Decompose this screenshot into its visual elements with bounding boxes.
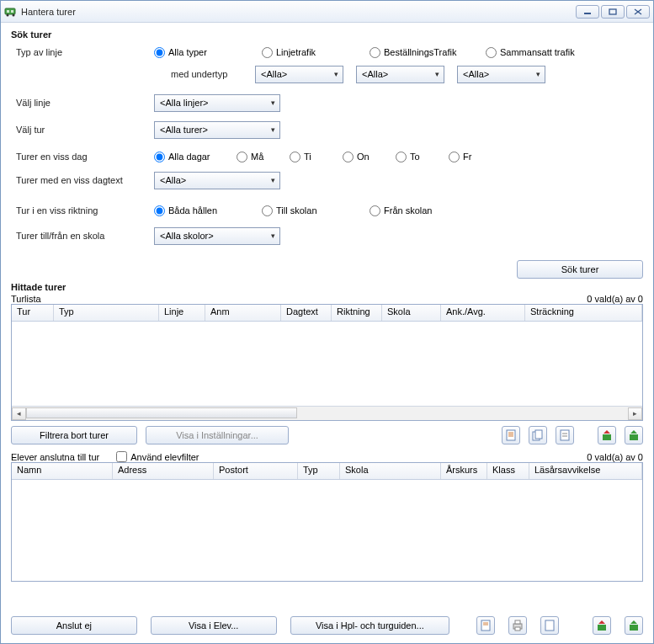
students-title: Elever anslutna till tur	[11, 452, 99, 462]
svg-rect-5	[584, 13, 591, 14]
svg-rect-9	[507, 430, 515, 440]
blank-page-icon[interactable]	[540, 616, 559, 635]
th-tur[interactable]: Tur	[12, 305, 54, 321]
svg-rect-19	[630, 434, 638, 440]
th-riktning[interactable]: Riktning	[332, 305, 382, 321]
found-count: 0 vald(a) av 0	[587, 294, 643, 304]
window-title: Hantera turer	[21, 7, 576, 17]
svg-rect-25	[515, 627, 520, 631]
page-icon[interactable]	[502, 426, 520, 444]
tour-label: Välj tur	[11, 125, 154, 135]
th-skola[interactable]: Skola	[382, 305, 441, 321]
type-label: Typ av linje	[11, 47, 154, 57]
th-postort[interactable]: Postort	[214, 463, 298, 479]
radio-type-best[interactable]: BeställningsTrafik	[370, 47, 479, 58]
minimize-button[interactable]	[576, 5, 599, 19]
school-select[interactable]: <Alla skolor>	[154, 227, 280, 245]
svg-rect-14	[535, 430, 542, 439]
export-red-icon-2[interactable]	[593, 616, 611, 635]
th-strackning[interactable]: Sträckning	[525, 305, 642, 321]
th-typ2[interactable]: Typ	[298, 463, 340, 479]
tour-select[interactable]: <Alla turer>	[154, 121, 280, 139]
subtype-label: med undertyp	[154, 69, 255, 79]
students-thead: Namn Adress Postort Typ Skola Årskurs Kl…	[12, 463, 642, 480]
close-button[interactable]	[626, 5, 650, 19]
radio-dir-to[interactable]: Till skolan	[262, 205, 363, 216]
use-filter-checkbox[interactable]: Använd elevfilter	[116, 451, 199, 462]
daytext-select[interactable]: <Alla>	[154, 172, 280, 189]
document-icon[interactable]	[556, 426, 574, 444]
svg-point-4	[13, 13, 15, 16]
svg-rect-26	[545, 620, 554, 631]
th-ankavg[interactable]: Ank./Avg.	[441, 305, 525, 321]
radio-dir-both[interactable]: Båda hållen	[154, 205, 255, 216]
window: Hantera turer Sök turer Typ av linje All…	[0, 0, 654, 644]
filter-button[interactable]: Filtrera bort turer	[11, 426, 137, 444]
show-in-guide-button[interactable]: Visa i Hpl- och turguiden...	[290, 616, 450, 635]
svg-rect-0	[5, 8, 15, 14]
maximize-button[interactable]	[601, 5, 625, 19]
svg-rect-2	[11, 10, 13, 13]
radio-day-on[interactable]: On	[343, 152, 389, 162]
copy-icon[interactable]	[529, 426, 547, 444]
found-title: Hittade turer	[11, 282, 643, 292]
radio-day-ti[interactable]: Ti	[290, 152, 336, 162]
line-select[interactable]: <Alla linjer>	[154, 94, 280, 112]
found-hscroll[interactable]: ◂ ▸	[12, 406, 642, 420]
print-icon[interactable]	[508, 616, 527, 635]
subtype-select-3[interactable]: <Alla>	[457, 66, 545, 83]
svg-rect-15	[561, 430, 569, 440]
th-namn[interactable]: Namn	[12, 463, 113, 479]
show-in-student-button[interactable]: Visa i Elev...	[151, 616, 277, 635]
th-typ[interactable]: Typ	[54, 305, 159, 321]
radio-day-all[interactable]: Alla dagar	[154, 152, 230, 162]
search-button[interactable]: Sök turer	[517, 260, 643, 279]
scroll-right-icon[interactable]: ▸	[628, 407, 642, 420]
th-arskurs[interactable]: Årskurs	[441, 463, 487, 479]
dont-attach-button[interactable]: Anslut ej	[11, 616, 137, 635]
found-thead: Tur Typ Linje Anm Dagtext Riktning Skola…	[12, 305, 642, 322]
content: Sök turer Typ av linje Alla typer Linjet…	[1, 23, 653, 643]
th-lasar[interactable]: Läsårsavvikelse	[529, 463, 642, 479]
th-anm[interactable]: Anm	[205, 305, 281, 321]
th-adress[interactable]: Adress	[113, 463, 214, 479]
svg-rect-6	[609, 9, 616, 14]
th-dagtext[interactable]: Dagtext	[281, 305, 332, 321]
th-skola2[interactable]: Skola	[340, 463, 441, 479]
line-label: Välj linje	[11, 98, 154, 108]
radio-day-to[interactable]: To	[396, 152, 442, 162]
day-label: Turer en viss dag	[11, 152, 154, 162]
school-label: Turer till/från en skola	[11, 231, 154, 241]
radio-day-fr[interactable]: Fr	[449, 152, 471, 162]
daytext-label: Turer med en viss dagtext	[11, 175, 154, 185]
svg-rect-20	[481, 620, 490, 631]
students-table: Namn Adress Postort Typ Skola Årskurs Kl…	[11, 462, 643, 582]
radio-type-linje[interactable]: Linjetrafik	[262, 47, 363, 58]
scroll-thumb[interactable]	[26, 407, 297, 418]
export-green-icon[interactable]	[625, 426, 643, 444]
scroll-left-icon[interactable]: ◂	[12, 407, 26, 420]
svg-point-3	[7, 13, 9, 16]
svg-rect-1	[7, 10, 9, 13]
students-tbody[interactable]	[12, 480, 642, 581]
page-icon-2[interactable]	[476, 616, 495, 635]
subtype-select-1[interactable]: <Alla>	[255, 66, 343, 83]
subtype-select-2[interactable]: <Alla>	[356, 66, 444, 83]
th-klass[interactable]: Klass	[487, 463, 529, 479]
radio-dir-from[interactable]: Från skolan	[370, 205, 432, 216]
dir-label: Tur i en viss riktning	[11, 205, 154, 216]
export-red-icon[interactable]	[598, 426, 616, 444]
found-tbody[interactable]	[12, 322, 642, 406]
turlista-label: Turlista	[11, 294, 41, 304]
show-settings-button[interactable]: Visa i Inställningar...	[146, 426, 289, 444]
svg-rect-27	[598, 625, 606, 631]
app-icon	[4, 5, 18, 19]
radio-day-mo[interactable]: Må	[237, 152, 283, 162]
search-title: Sök turer	[11, 29, 643, 40]
radio-type-samman[interactable]: Sammansatt trafik	[486, 47, 575, 58]
radio-type-all[interactable]: Alla typer	[154, 47, 255, 58]
export-green-icon-2[interactable]	[625, 616, 643, 635]
th-linje[interactable]: Linje	[159, 305, 205, 321]
titlebar: Hantera turer	[1, 1, 653, 23]
window-buttons	[576, 5, 650, 19]
